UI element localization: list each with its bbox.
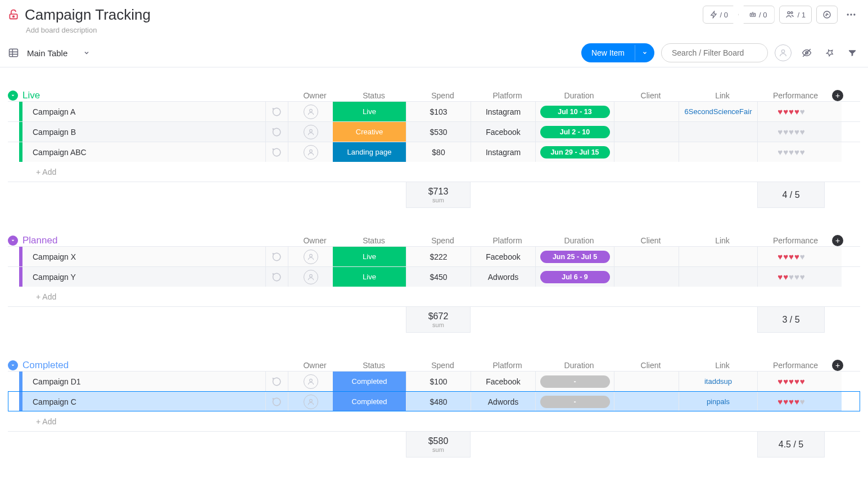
column-link[interactable]: Link bbox=[683, 90, 762, 101]
client-cell[interactable] bbox=[614, 102, 679, 121]
status-cell[interactable]: Completed bbox=[333, 392, 406, 411]
performance-hearts[interactable]: ♥♥♥♥♥ bbox=[777, 397, 805, 406]
duration-cell[interactable]: Jul 6 - 9 bbox=[535, 267, 614, 287]
search-input[interactable] bbox=[661, 43, 768, 62]
conversation-button[interactable] bbox=[265, 102, 288, 121]
platform-cell[interactable]: Adwords bbox=[471, 392, 535, 411]
item-name[interactable]: Campaign X bbox=[22, 247, 265, 266]
platform-cell[interactable]: Instagram bbox=[471, 102, 535, 121]
performance-cell[interactable]: ♥♥♥♥♥ bbox=[757, 392, 825, 411]
performance-cell[interactable]: ♥♥♥♥♥ bbox=[757, 142, 825, 162]
new-item-button[interactable]: New Item bbox=[581, 43, 654, 62]
column-performance[interactable]: Performance bbox=[762, 360, 829, 371]
conversation-button[interactable] bbox=[265, 267, 288, 287]
performance-cell[interactable]: ♥♥♥♥♥ bbox=[757, 372, 825, 391]
status-cell[interactable]: Live bbox=[333, 247, 406, 266]
table-row[interactable]: Campaign ABC Landing page $80 Instagram … bbox=[8, 142, 860, 162]
spend-cell[interactable]: $480 bbox=[406, 392, 471, 411]
link-cell[interactable] bbox=[679, 142, 757, 162]
owner-cell[interactable] bbox=[288, 122, 333, 142]
performance-cell[interactable]: ♥♥♥♥♥ bbox=[757, 247, 825, 266]
client-cell[interactable] bbox=[614, 142, 679, 162]
column-status[interactable]: Status bbox=[337, 360, 410, 371]
conversation-button[interactable] bbox=[265, 372, 288, 391]
performance-hearts[interactable]: ♥♥♥♥♥ bbox=[777, 377, 805, 386]
client-cell[interactable] bbox=[614, 122, 679, 142]
table-row[interactable]: Campaign C Completed $480 Adwords - pinp… bbox=[8, 391, 860, 411]
table-row[interactable]: Campaign D1 Completed $100 Facebook - it… bbox=[8, 371, 860, 391]
link-cell[interactable]: itaddsup bbox=[679, 372, 757, 391]
add-row[interactable]: + Add bbox=[8, 411, 860, 432]
spend-cell[interactable]: $222 bbox=[406, 247, 471, 266]
automations-badge[interactable]: / 0 bbox=[703, 6, 739, 24]
column-spend[interactable]: Spend bbox=[410, 235, 475, 246]
duration-cell[interactable]: Jun 29 - Jul 15 bbox=[535, 142, 614, 162]
client-cell[interactable] bbox=[614, 372, 679, 391]
view-dropdown-icon[interactable] bbox=[83, 49, 90, 56]
column-performance[interactable]: Performance bbox=[762, 235, 829, 246]
owner-cell[interactable] bbox=[288, 267, 333, 287]
duration-cell[interactable]: Jul 10 - 13 bbox=[535, 102, 614, 121]
spend-cell[interactable]: $80 bbox=[406, 142, 471, 162]
table-row[interactable]: Campaign Y Live $450 Adwords Jul 6 - 9 ♥… bbox=[8, 266, 860, 287]
hidden-columns-icon[interactable] bbox=[798, 44, 815, 61]
view-name[interactable]: Main Table bbox=[27, 48, 67, 58]
performance-hearts[interactable]: ♥♥♥♥♥ bbox=[777, 272, 805, 282]
duration-cell[interactable]: - bbox=[535, 372, 614, 391]
link-cell[interactable] bbox=[679, 122, 757, 142]
column-owner[interactable]: Owner bbox=[292, 90, 337, 101]
link-text[interactable]: 6SecondScienceFair bbox=[685, 107, 752, 116]
owner-cell[interactable] bbox=[288, 392, 333, 411]
performance-hearts[interactable]: ♥♥♥♥♥ bbox=[777, 252, 805, 261]
column-status[interactable]: Status bbox=[337, 90, 410, 101]
spend-cell[interactable]: $530 bbox=[406, 122, 471, 142]
column-spend[interactable]: Spend bbox=[410, 90, 475, 101]
item-name[interactable]: Campaign C bbox=[22, 392, 265, 411]
status-cell[interactable]: Creative bbox=[333, 122, 406, 142]
status-cell[interactable]: Live bbox=[333, 267, 406, 287]
table-row[interactable]: Campaign B Creative $530 Facebook Jul 2 … bbox=[8, 121, 860, 142]
performance-hearts[interactable]: ♥♥♥♥♥ bbox=[777, 127, 805, 137]
pin-icon[interactable] bbox=[822, 45, 838, 61]
column-performance[interactable]: Performance bbox=[762, 90, 829, 101]
client-cell[interactable] bbox=[614, 247, 679, 266]
owner-cell[interactable] bbox=[288, 142, 333, 162]
group-title[interactable]: Live bbox=[22, 90, 270, 101]
column-spend[interactable]: Spend bbox=[410, 360, 475, 371]
status-cell[interactable]: Live bbox=[333, 102, 406, 121]
duration-cell[interactable]: Jul 2 - 10 bbox=[535, 122, 614, 142]
platform-cell[interactable]: Instagram bbox=[471, 142, 535, 162]
client-cell[interactable] bbox=[614, 392, 679, 411]
conversation-button[interactable] bbox=[265, 247, 288, 266]
platform-cell[interactable]: Facebook bbox=[471, 247, 535, 266]
column-client[interactable]: Client bbox=[618, 90, 683, 101]
group-title[interactable]: Completed bbox=[22, 360, 270, 371]
performance-hearts[interactable]: ♥♥♥♥♥ bbox=[777, 147, 805, 157]
column-client[interactable]: Client bbox=[618, 360, 683, 371]
board-title[interactable]: Campaign Tracking bbox=[25, 6, 151, 24]
column-duration[interactable]: Duration bbox=[540, 235, 618, 246]
table-row[interactable]: Campaign X Live $222 Facebook Jun 25 - J… bbox=[8, 246, 860, 266]
add-row[interactable]: + Add bbox=[8, 162, 860, 182]
collapse-icon[interactable] bbox=[8, 90, 18, 101]
add-column-button[interactable]: + bbox=[832, 360, 843, 371]
performance-hearts[interactable]: ♥♥♥♥♥ bbox=[777, 107, 805, 116]
status-cell[interactable]: Completed bbox=[333, 372, 406, 391]
performance-cell[interactable]: ♥♥♥♥♥ bbox=[757, 267, 825, 287]
item-name[interactable]: Campaign Y bbox=[22, 267, 265, 287]
performance-cell[interactable]: ♥♥♥♥♥ bbox=[757, 102, 825, 121]
person-filter-icon[interactable] bbox=[775, 44, 792, 61]
conversation-button[interactable] bbox=[265, 122, 288, 142]
link-text[interactable]: itaddsup bbox=[704, 377, 732, 386]
table-view-icon[interactable] bbox=[8, 47, 19, 58]
item-name[interactable]: Campaign A bbox=[22, 102, 265, 121]
column-platform[interactable]: Platform bbox=[475, 90, 540, 101]
link-cell[interactable]: 6SecondScienceFair bbox=[679, 102, 757, 121]
link-cell[interactable]: pinpals bbox=[679, 392, 757, 411]
status-cell[interactable]: Landing page bbox=[333, 142, 406, 162]
activity-badge[interactable] bbox=[816, 6, 838, 24]
more-menu-icon[interactable] bbox=[842, 6, 860, 24]
column-link[interactable]: Link bbox=[683, 235, 762, 246]
column-owner[interactable]: Owner bbox=[292, 235, 337, 246]
link-text[interactable]: pinpals bbox=[707, 397, 730, 406]
